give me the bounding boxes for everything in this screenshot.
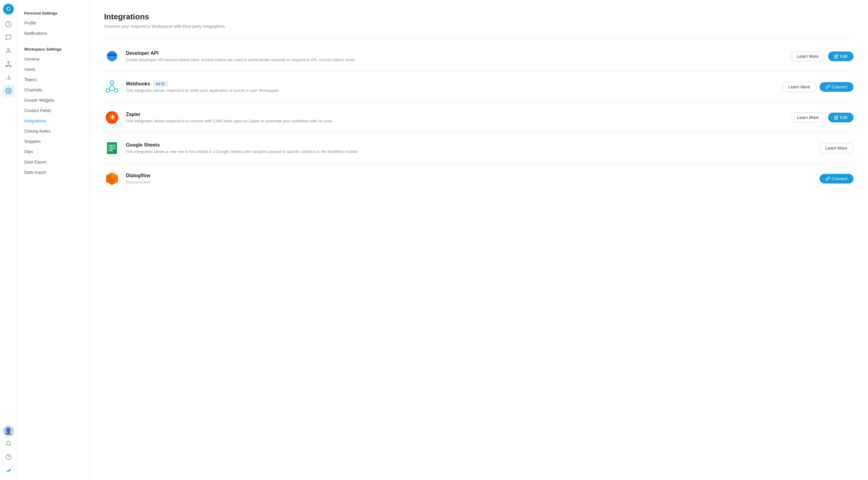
developer-api-info: Developer API Create Developer API acces…	[126, 51, 784, 62]
svg-rect-25	[108, 151, 113, 151]
nav-notifications[interactable]	[2, 438, 14, 450]
sidebar-item-integrations[interactable]: Integrations	[17, 116, 89, 126]
workspace-settings-title: Workspace Settings	[17, 44, 89, 54]
developer-api-learn-more-button[interactable]: Learn More	[790, 51, 825, 61]
webhooks-info: Webhooks BETA This integration allows re…	[126, 81, 776, 93]
connect-icon	[826, 85, 830, 89]
sidebar-item-data-export[interactable]: Data Export	[17, 157, 89, 167]
dialogflow-connect-icon	[826, 177, 830, 181]
webhooks-actions: Learn More Connect	[782, 82, 854, 92]
nav-help[interactable]	[2, 451, 14, 463]
svg-point-18	[115, 89, 118, 92]
sidebar-item-growth-widgets[interactable]: Growth Widgets	[17, 95, 89, 106]
nav-checkmark[interactable]	[2, 464, 14, 476]
main-content: Integrations Connect your respond.io Wor…	[90, 0, 868, 480]
integration-row-developer-api: Developer API Create Developer API acces…	[104, 41, 854, 72]
google-sheets-name: Google Sheets	[126, 142, 160, 148]
sidebar: Personal Settings Profile Notifications …	[17, 0, 90, 480]
developer-api-actions: Learn More Edit	[790, 51, 854, 61]
svg-point-11	[7, 90, 9, 92]
svg-rect-22	[108, 145, 116, 146]
zapier-edit-icon	[834, 115, 838, 120]
nav-reports[interactable]	[2, 71, 14, 84]
zapier-actions: Learn More Edit	[790, 112, 854, 123]
integration-row-zapier: ✳ Zapier This integration allows respond…	[104, 102, 854, 133]
webhooks-icon	[104, 79, 120, 95]
sidebar-item-teams[interactable]: Teams	[17, 74, 89, 85]
zapier-learn-more-button[interactable]: Learn More	[790, 112, 825, 123]
google-sheets-icon	[104, 140, 120, 156]
webhooks-desc: This integration allows respond.io to no…	[126, 88, 374, 93]
developer-api-name: Developer API	[126, 51, 159, 56]
svg-point-2	[7, 61, 9, 63]
sidebar-item-general[interactable]: General	[17, 54, 89, 64]
svg-point-16	[110, 81, 114, 84]
nav-integrations[interactable]	[2, 58, 14, 70]
zapier-desc: This integration allows respond.io to co…	[126, 119, 374, 123]
sidebar-item-notifications[interactable]: Notifications	[17, 28, 89, 38]
developer-api-desc: Create Developer API access tokens here.…	[126, 58, 374, 62]
developer-api-icon	[104, 49, 120, 64]
edit-icon	[834, 54, 838, 58]
zapier-name: Zapier	[126, 112, 141, 117]
dialogflow-connect-button[interactable]: Connect	[819, 174, 854, 183]
sidebar-item-files[interactable]: Files	[17, 147, 89, 157]
nav-contacts[interactable]	[2, 45, 14, 57]
dialogflow-name: Dialogflow	[126, 173, 150, 178]
icon-bar: C 👤	[0, 0, 17, 480]
online-indicator	[10, 433, 13, 436]
header-divider	[104, 38, 854, 39]
dialogflow-desc: Disconnected	[126, 180, 374, 184]
integration-row-google-sheets: Google Sheets This integration allows a …	[104, 133, 854, 163]
page-title: Integrations	[104, 12, 854, 22]
svg-text:✳: ✳	[109, 114, 115, 121]
integration-list: Developer API Create Developer API acces…	[104, 41, 854, 194]
sidebar-item-channels[interactable]: Channels	[17, 85, 89, 95]
sidebar-item-contact-fields[interactable]: Contact Fields	[17, 106, 89, 116]
webhooks-connect-button[interactable]: Connect	[819, 82, 854, 92]
personal-settings-title: Personal Settings	[17, 8, 89, 18]
sidebar-item-snippets[interactable]: Snippets	[17, 136, 89, 147]
dialogflow-actions: Connect	[819, 174, 854, 183]
developer-api-edit-button[interactable]: Edit	[828, 52, 854, 61]
beta-badge: BETA	[153, 81, 168, 87]
zapier-info: Zapier This integration allows respond.i…	[126, 112, 784, 123]
workspace-avatar[interactable]: C	[3, 4, 14, 14]
svg-point-17	[106, 89, 110, 92]
integration-row-dialogflow: Dialogflow Disconnected Connect	[104, 163, 854, 194]
svg-point-1	[7, 49, 9, 51]
svg-rect-23	[108, 147, 116, 148]
webhooks-learn-more-button[interactable]: Learn More	[782, 82, 816, 92]
google-sheets-info: Google Sheets This integration allows a …	[126, 142, 813, 154]
dialogflow-info: Dialogflow Disconnected	[126, 173, 813, 184]
nav-messages[interactable]	[2, 31, 14, 43]
dialogflow-icon	[104, 171, 120, 186]
sidebar-item-users[interactable]: Users	[17, 64, 89, 74]
google-sheets-learn-more-button[interactable]: Learn More	[819, 143, 854, 153]
google-sheets-desc: This integration allows a new row to be …	[126, 149, 374, 154]
page-subtitle: Connect your respond.io Workspace with t…	[104, 24, 854, 29]
svg-rect-24	[108, 149, 116, 149]
sidebar-item-data-import[interactable]: Data Import	[17, 167, 89, 177]
nav-settings[interactable]	[2, 85, 14, 97]
svg-rect-26	[111, 145, 112, 151]
nav-dashboard[interactable]	[2, 18, 14, 30]
sidebar-item-closing-notes[interactable]: Closing Notes	[17, 126, 89, 136]
zapier-icon: ✳	[104, 110, 120, 125]
zapier-edit-button[interactable]: Edit	[828, 113, 854, 122]
svg-rect-21	[107, 142, 117, 154]
webhooks-name: Webhooks	[126, 81, 150, 87]
user-avatar[interactable]: 👤	[3, 425, 14, 437]
sidebar-item-profile[interactable]: Profile	[17, 18, 89, 28]
integration-row-webhooks: Webhooks BETA This integration allows re…	[104, 72, 854, 102]
google-sheets-actions: Learn More	[819, 143, 854, 153]
